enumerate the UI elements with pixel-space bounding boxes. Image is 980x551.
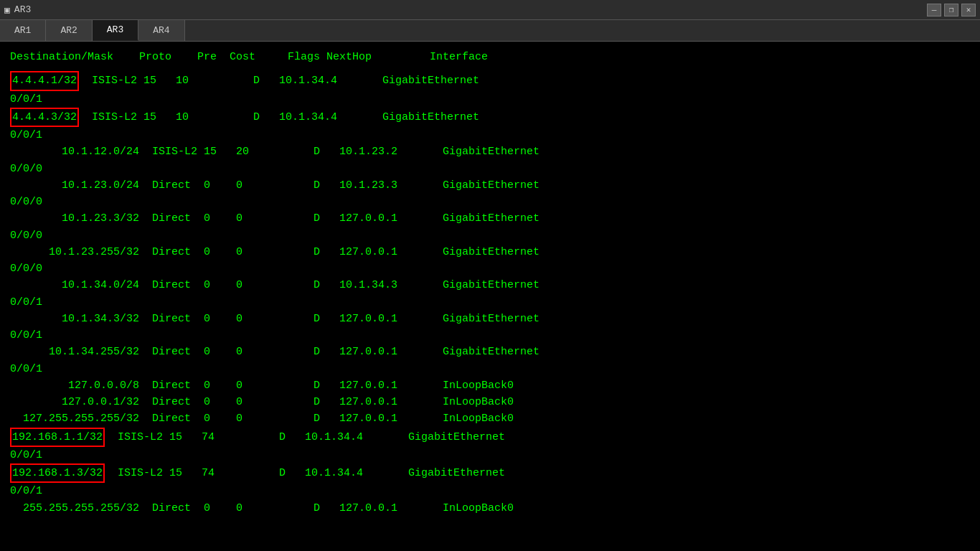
route-line: 0/0/1 [10,294,970,311]
route-line: 10.1.23.255/32 Direct 0 0 D 127.0.0.1 Gi… [10,244,970,260]
route-line: 10.1.34.3/32 Direct 0 0 D 127.0.0.1 Giga… [10,311,970,327]
highlighted-dest: 192.168.1.1/32 [10,428,105,447]
table-row: 192.168.1.3/32 ISIS-L2 15 74 D 10.1.34.4… [10,463,970,500]
table-row: 192.168.1.1/32 ISIS-L2 15 74 D 10.1.34.4… [10,428,970,464]
route-line: 127.0.0.0/8 Direct 0 0 D 127.0.0.1 InLoo… [10,377,970,394]
table-row: 10.1.34.0/24 Direct 0 0 D 10.1.34.3 Giga… [10,277,970,311]
title-bar-left: ▣ AR3 [4,4,31,16]
table-row: 4.4.4.1/32 ISIS-L2 15 10 D 10.1.34.4 Gig… [10,71,970,108]
table-row: 10.1.23.255/32 Direct 0 0 D 127.0.0.1 Gi… [10,244,970,278]
table-row: 10.1.23.0/24 Direct 0 0 D 10.1.23.3 Giga… [10,177,970,211]
highlighted-dest: 4.4.4.1/32 [10,71,79,90]
table-row: 4.4.4.3/32 ISIS-L2 15 10 D 10.1.34.4 Gig… [10,108,970,144]
route-line: 10.1.12.0/24 ISIS-L2 15 20 D 10.1.23.2 G… [10,143,970,160]
route-line: 10.1.34.0/24 Direct 0 0 D 10.1.34.3 Giga… [10,277,970,293]
route-line: 4.4.4.3/32 ISIS-L2 15 10 D 10.1.34.4 Gig… [10,108,970,127]
title-bar-controls: — ❐ ✕ [927,4,976,17]
route-line: 4.4.4.1/32 ISIS-L2 15 10 D 10.1.34.4 Gig… [10,71,970,90]
route-line: 192.168.1.1/32 ISIS-L2 15 74 D 10.1.34.4… [10,428,970,447]
table-row: 127.255.255.255/32 Direct 0 0 D 127.0.0.… [10,410,970,427]
table-row: 255.255.255.255/32 Direct 0 0 D 127.0.0.… [10,500,970,517]
table-row: 127.0.0.0/8 Direct 0 0 D 127.0.0.1 InLoo… [10,377,970,394]
route-line: 127.255.255.255/32 Direct 0 0 D 127.0.0.… [10,410,970,427]
tab-ar4[interactable]: AR4 [138,20,184,41]
route-line: 192.168.1.3/32 ISIS-L2 15 74 D 10.1.34.4… [10,463,970,483]
route-line: 10.1.23.3/32 Direct 0 0 D 127.0.0.1 Giga… [10,210,970,227]
route-continuation: 0/0/1 [10,483,970,499]
highlighted-dest: 4.4.4.3/32 [10,108,79,127]
title-bar: ▣ AR3 — ❐ ✕ [0,0,980,20]
table-row: 10.1.34.255/32 Direct 0 0 D 127.0.0.1 Gi… [10,344,970,377]
route-continuation: 0/0/1 [10,127,970,143]
route-line: 0/0/0 [10,260,970,277]
route-line: 10.1.34.255/32 Direct 0 0 D 127.0.0.1 Gi… [10,344,970,360]
route-line: 0/0/1 [10,327,970,344]
tab-ar3[interactable]: AR3 [93,20,138,41]
minimize-button[interactable]: — [927,4,941,17]
close-button[interactable]: ✕ [961,4,976,17]
terminal-content: Destination/Mask Proto Pre Cost Flags Ne… [0,42,980,551]
route-line: 0/0/0 [10,161,970,177]
table-row: 10.1.34.3/32 Direct 0 0 D 127.0.0.1 Giga… [10,311,970,344]
tab-bar: AR1 AR2 AR3 AR4 [0,20,980,42]
route-line: 127.0.0.1/32 Direct 0 0 D 127.0.0.1 InLo… [10,394,970,410]
route-line: 0/0/1 [10,361,970,377]
route-continuation: 0/0/1 [10,447,970,463]
table-row: 127.0.0.1/32 Direct 0 0 D 127.0.0.1 InLo… [10,394,970,410]
window-icon: ▣ [4,4,10,16]
route-line: 10.1.23.0/24 Direct 0 0 D 10.1.23.3 Giga… [10,177,970,194]
window-title: AR3 [14,4,31,15]
highlighted-dest: 192.168.1.3/32 [10,463,105,483]
table-header: Destination/Mask Proto Pre Cost Flags Ne… [10,49,970,65]
routes-container: 4.4.4.1/32 ISIS-L2 15 10 D 10.1.34.4 Gig… [10,71,970,517]
route-continuation: 0/0/1 [10,91,970,108]
table-row: 10.1.23.3/32 Direct 0 0 D 127.0.0.1 Giga… [10,210,970,244]
route-line: 255.255.255.255/32 Direct 0 0 D 127.0.0.… [10,500,970,517]
restore-button[interactable]: ❐ [944,4,958,17]
tab-ar1[interactable]: AR1 [0,20,46,41]
route-line: 0/0/0 [10,227,970,244]
table-row: 10.1.12.0/24 ISIS-L2 15 20 D 10.1.23.2 G… [10,143,970,177]
tab-ar2[interactable]: AR2 [46,20,92,41]
route-line: 0/0/0 [10,194,970,210]
